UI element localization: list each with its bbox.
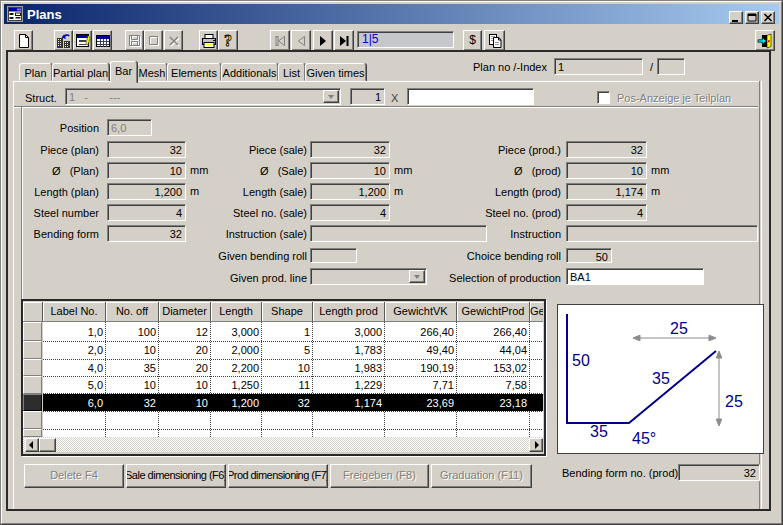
svg-text:35: 35 (652, 370, 670, 387)
svg-text:45°: 45° (632, 430, 656, 447)
svg-text:50: 50 (572, 352, 590, 369)
svg-text:35: 35 (590, 423, 608, 440)
svg-text:25: 25 (670, 320, 688, 337)
svg-text:25: 25 (725, 393, 743, 410)
svg-text:?: ? (224, 33, 232, 49)
